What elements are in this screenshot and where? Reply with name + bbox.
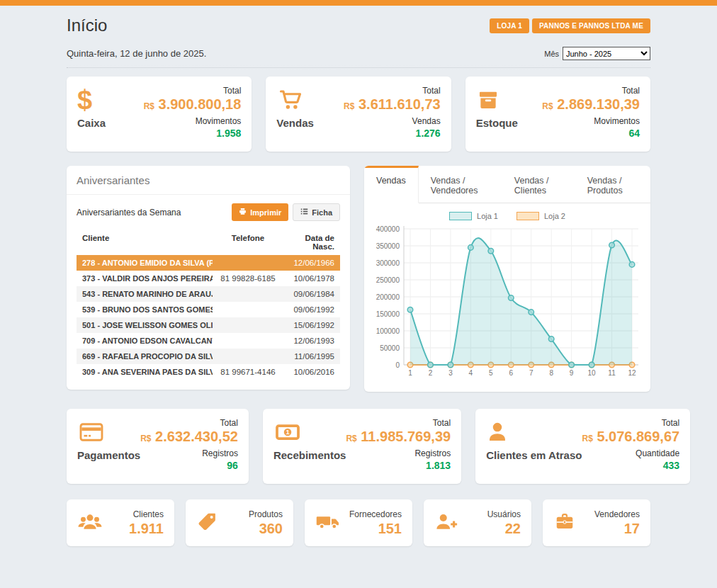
count-value: 17 (594, 521, 640, 537)
birthday-row[interactable]: 309 - ANA SEVERINA PAES DA SILVA 81 9967… (77, 364, 340, 380)
tab-vendas[interactable]: Vendas (364, 166, 419, 203)
month-label: Mês (544, 50, 559, 58)
count-value: 1.911 (129, 521, 164, 537)
birthday-row[interactable]: 539 - BRUNO DOS SANTOS GOMES 09/06/1992 (77, 302, 340, 317)
svg-text:3: 3 (448, 369, 453, 377)
birthday-client: 373 - VALDIR DOS ANJOS PEREIRA (AN... (82, 274, 213, 283)
birthday-date: 09/06/1984 (283, 290, 334, 298)
users-icon (77, 511, 103, 536)
birthday-row[interactable]: 501 - JOSE WELISSON GOMES OLIVEIR... 15/… (77, 317, 340, 333)
current-date: Quinta-feira, 12 de junho de 2025. (67, 48, 206, 59)
svg-text:10: 10 (588, 369, 597, 377)
money-bill-icon: 1 (273, 418, 346, 446)
birthday-client: 309 - ANA SEVERINA PAES DA SILVA (82, 368, 213, 376)
total-label: Total (582, 418, 679, 428)
birthday-phone: 81 99671-4146 (213, 368, 283, 376)
birthday-row[interactable]: 278 - ANTONIO EMIDIO DA SILVA (PALE... 1… (77, 255, 340, 271)
birthday-date: 11/06/1995 (283, 352, 334, 361)
truck-icon (315, 511, 341, 535)
stat-card-vendas: Vendas Total R$ 3.611.610,73 Vendas 1.27… (266, 77, 451, 152)
birthday-date: 15/06/1992 (283, 321, 334, 329)
legend-item-loja-2[interactable]: Loja 2 (516, 212, 565, 220)
tab-vendas-produtos[interactable]: Vendas / Produtos (575, 166, 650, 203)
credit-card-icon (77, 418, 140, 446)
stat-card-title: Recebimentos (273, 449, 346, 461)
birthday-table-body: 278 - ANTONIO EMIDIO DA SILVA (PALE... 1… (77, 255, 340, 380)
svg-text:100000: 100000 (376, 327, 400, 335)
col-header-data: Data de Nasc. (283, 234, 334, 251)
legend-swatch (516, 212, 539, 220)
birthday-client: 539 - BRUNO DOS SANTOS GOMES (82, 305, 213, 314)
chart-tabs: VendasVendas / VendedoresVendas / Client… (364, 166, 650, 203)
store-button[interactable]: LOJA 1 (490, 18, 529, 33)
count-label: Clientes (129, 509, 164, 519)
svg-text:4: 4 (469, 369, 473, 377)
total-label: Total (346, 418, 451, 428)
sales-chart-panel: VendasVendas / VendedoresVendas / Client… (364, 166, 650, 392)
sub-label: Registros (140, 448, 238, 458)
birthdays-panel-title: Aniversariantes (67, 166, 350, 195)
user-icon (486, 418, 582, 446)
svg-text:50000: 50000 (380, 344, 400, 352)
ficha-button[interactable]: Ficha (293, 203, 340, 221)
tab-vendas-clientes[interactable]: Vendas / Clientes (502, 166, 575, 203)
svg-text:150000: 150000 (376, 310, 400, 318)
stat-card-estoque: Estoque Total R$ 2.869.130,39 Movimentos… (465, 77, 650, 152)
total-value: R$ 3.900.800,18 (144, 96, 242, 113)
dashboard: Início LOJA 1 PANNOS E PANNOS LTDA ME Qu… (67, 6, 650, 546)
count-card-vendedores: Vendedores 17 (543, 499, 650, 546)
tab-vendas-vendedores[interactable]: Vendas / Vendedores (419, 166, 502, 203)
stat-card-caixa: $ Caixa Total R$ 3.900.800,18 Movimentos… (67, 77, 252, 152)
sub-value: 1.813 (346, 460, 451, 471)
svg-text:300000: 300000 (376, 259, 400, 267)
sub-label: Quantidade (582, 448, 679, 458)
total-value: R$ 2.632.430,52 (140, 429, 238, 445)
col-header-cliente: Cliente (82, 234, 213, 251)
count-card-produtos: Produtos 360 (186, 499, 293, 546)
sub-value: 433 (582, 460, 679, 471)
count-label: Vendedores (594, 509, 640, 519)
birthday-client: 501 - JOSE WELISSON GOMES OLIVEIR... (82, 321, 213, 329)
legend-item-loja-1[interactable]: Loja 1 (449, 212, 498, 220)
col-header-telefone: Telefone (213, 234, 283, 251)
svg-text:8: 8 (549, 369, 553, 377)
count-label: Fornecedores (349, 509, 402, 519)
svg-text:250000: 250000 (376, 276, 400, 284)
svg-text:350000: 350000 (376, 242, 400, 250)
legend-swatch (449, 212, 472, 220)
birthday-phone: 81 99828-6185 (213, 274, 283, 283)
birthday-row[interactable]: 373 - VALDIR DOS ANJOS PEREIRA (AN... 81… (77, 271, 340, 286)
svg-text:1: 1 (286, 429, 289, 436)
total-value: R$ 11.985.769,39 (346, 429, 451, 445)
birthday-date: 10/06/1978 (283, 274, 334, 283)
birthday-row[interactable]: 543 - RENATO MARINHO DE ARAUJO (F... 09/… (77, 286, 340, 302)
print-button[interactable]: Imprimir (232, 203, 288, 221)
svg-text:5: 5 (489, 369, 493, 377)
month-select[interactable]: Junho - 2025 (563, 47, 650, 60)
sub-value: 96 (140, 460, 238, 471)
sub-label: Movimentos (144, 116, 242, 126)
sub-label: Movimentos (542, 116, 640, 126)
sub-label: Registros (346, 448, 451, 458)
svg-text:12: 12 (628, 369, 636, 377)
stat-card-title: Clientes em Atraso (486, 449, 582, 461)
svg-text:400000: 400000 (376, 225, 400, 233)
birthday-client: 709 - ANTONIO EDSON CAVALCANTE D... (82, 337, 213, 345)
count-label: Usuários (487, 509, 521, 519)
stat-card-title: Vendas (276, 117, 314, 129)
briefcase-icon (553, 511, 576, 535)
company-button[interactable]: PANNOS E PANNOS LTDA ME (532, 18, 650, 33)
svg-text:6: 6 (509, 369, 513, 377)
total-value: R$ 5.076.869,67 (582, 429, 679, 445)
legend-label: Loja 2 (544, 212, 565, 220)
birthday-row[interactable]: 709 - ANTONIO EDSON CAVALCANTE D... 12/0… (77, 333, 340, 349)
svg-text:0: 0 (395, 361, 400, 369)
birthdays-panel: Aniversariantes Aniversariantes da Seman… (67, 166, 350, 390)
total-label: Total (542, 86, 640, 96)
stat-card-pagamentos: Pagamentos Total R$ 2.632.430,52 Registr… (67, 409, 249, 484)
archive-box-icon (476, 86, 518, 114)
cart-icon (276, 86, 314, 114)
birthday-row[interactable]: 669 - RAFAELA PROCOPIO DA SILVA CA... 11… (77, 349, 340, 364)
birthday-date: 09/06/1992 (283, 305, 334, 314)
birthday-date: 12/06/1966 (283, 259, 334, 267)
